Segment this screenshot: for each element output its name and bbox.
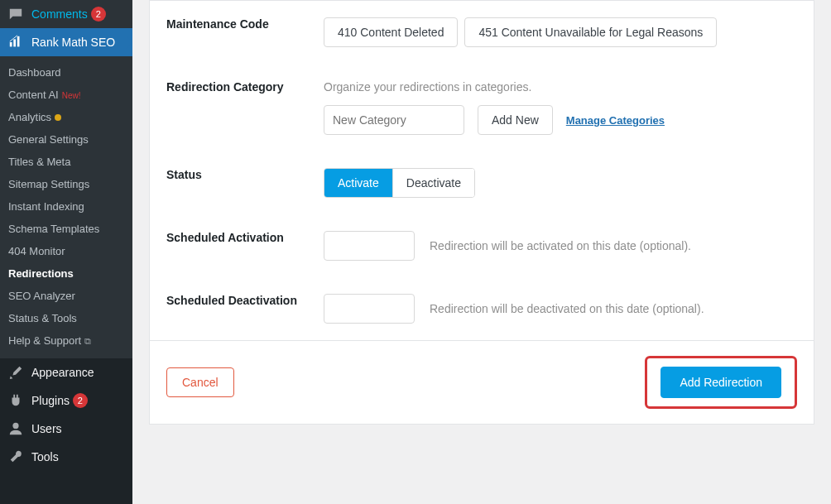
menu-label: Users — [31, 422, 62, 435]
activate-button[interactable]: Activate — [324, 169, 392, 197]
svg-rect-2 — [17, 36, 20, 47]
new-label: New! — [62, 91, 81, 100]
submenu-status-tools[interactable]: Status & Tools — [0, 307, 132, 329]
submenu-schema-templates[interactable]: Schema Templates — [0, 218, 132, 240]
menu-tools[interactable]: Tools — [0, 443, 132, 471]
external-link-icon: ⧉ — [84, 336, 91, 346]
manage-categories-link[interactable]: Manage Categories — [566, 114, 665, 127]
menu-label: Comments — [31, 7, 88, 21]
new-category-input[interactable] — [324, 105, 464, 135]
add-redirection-button[interactable]: Add Redirection — [660, 367, 781, 398]
submenu-redirections[interactable]: Redirections — [0, 262, 132, 285]
notice-dot-icon — [55, 114, 61, 121]
svg-rect-0 — [10, 42, 12, 46]
submenu-content-ai[interactable]: Content AINew! — [0, 84, 132, 106]
row-status: Status Activate Deactivate — [150, 151, 814, 214]
submenu-general-settings[interactable]: General Settings — [0, 128, 132, 151]
svg-rect-1 — [13, 39, 16, 46]
submenu-404-monitor[interactable]: 404 Monitor — [0, 240, 132, 262]
help-scheduled-deactivation: Redirection will be deactivated on this … — [430, 302, 704, 315]
status-toggle: Activate Deactivate — [324, 168, 475, 198]
label-redirection-category: Redirection Category — [166, 80, 324, 135]
menu-label: Plugins — [31, 394, 70, 407]
label-maintenance-code: Maintenance Code — [166, 17, 324, 47]
plugins-badge: 2 — [73, 393, 88, 408]
submenu-seo-analyzer[interactable]: SEO Analyzer — [0, 285, 132, 307]
submenu-sitemap[interactable]: Sitemap Settings — [0, 173, 132, 195]
submit-highlight: Add Redirection — [645, 356, 797, 409]
submenu-analytics[interactable]: Analytics — [0, 106, 132, 128]
deactivate-button[interactable]: Deactivate — [392, 169, 474, 197]
menu-comments[interactable]: Comments 2 — [0, 0, 132, 28]
rankmath-icon — [8, 35, 25, 50]
wrench-icon — [8, 449, 25, 464]
help-category: Organize your redirections in categories… — [324, 80, 797, 94]
help-scheduled-activation: Redirection will be activated on this da… — [430, 239, 691, 252]
row-maintenance-code: Maintenance Code 410 Content Deleted 451… — [150, 1, 814, 64]
scheduled-deactivation-input[interactable] — [324, 294, 415, 324]
menu-label: Appearance — [31, 366, 94, 379]
svg-point-3 — [12, 423, 18, 429]
admin-sidebar: Comments 2 Rank Math SEO Dashboard Conte… — [0, 0, 132, 504]
comment-icon — [8, 7, 25, 22]
redirection-form: Maintenance Code 410 Content Deleted 451… — [149, 0, 814, 425]
main-content: Maintenance Code 410 Content Deleted 451… — [132, 0, 831, 504]
row-scheduled-activation: Scheduled Activation Redirection will be… — [150, 214, 814, 277]
plug-icon — [8, 393, 25, 408]
form-footer: Cancel Add Redirection — [150, 340, 814, 424]
submenu-titles-meta[interactable]: Titles & Meta — [0, 151, 132, 173]
btn-410[interactable]: 410 Content Deleted — [324, 17, 458, 47]
row-scheduled-deactivation: Scheduled Deactivation Redirection will … — [150, 277, 814, 340]
label-scheduled-deactivation: Scheduled Deactivation — [166, 294, 324, 324]
add-new-button[interactable]: Add New — [478, 105, 553, 135]
menu-label: Rank Math SEO — [31, 36, 115, 49]
menu-rankmath[interactable]: Rank Math SEO — [0, 28, 132, 56]
menu-appearance[interactable]: Appearance — [0, 358, 132, 386]
brush-icon — [8, 365, 25, 380]
label-scheduled-activation: Scheduled Activation — [166, 231, 324, 261]
user-icon — [8, 421, 25, 436]
submenu-dashboard[interactable]: Dashboard — [0, 61, 132, 84]
submenu-rankmath: Dashboard Content AINew! Analytics Gener… — [0, 56, 132, 358]
menu-plugins[interactable]: Plugins 2 — [0, 386, 132, 415]
submenu-instant-indexing[interactable]: Instant Indexing — [0, 195, 132, 218]
btn-451[interactable]: 451 Content Unavailable for Legal Reason… — [464, 17, 717, 47]
scheduled-activation-input[interactable] — [324, 231, 415, 261]
cancel-button[interactable]: Cancel — [166, 367, 234, 397]
row-redirection-category: Redirection Category Organize your redir… — [150, 64, 814, 151]
submenu-help-support[interactable]: Help & Support⧉ — [0, 329, 132, 352]
comments-badge: 2 — [91, 7, 106, 22]
menu-users[interactable]: Users — [0, 415, 132, 443]
label-status: Status — [166, 168, 324, 198]
menu-label: Tools — [31, 450, 59, 463]
